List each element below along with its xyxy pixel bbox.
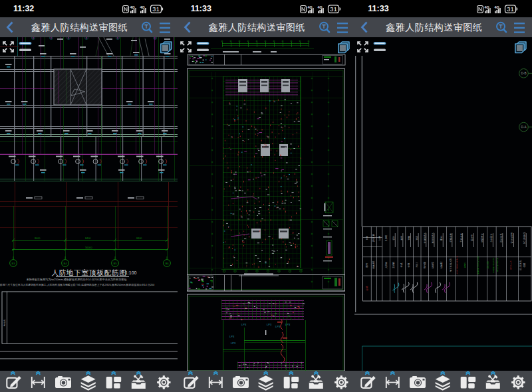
svg-text:图名:: 图名:: [441, 235, 444, 241]
svg-text:结施12: 结施12: [441, 262, 444, 269]
svg-text:设计合同号: 设计合同号: [511, 232, 514, 244]
svg-text:人防版: 人防版: [384, 261, 388, 268]
svg-text:未特殊标注板厚均为h=250mm,楼板配筋双层双向Φ14 @: 未特殊标注板厚均为h=250mm,楼板配筋双层双向Φ14 @200,图中表示为防…: [26, 278, 126, 282]
svg-text:B3: B3: [11, 262, 15, 265]
svg-text:建字第088号: 建字第088号: [510, 260, 513, 270]
svg-text:审定: 审定: [416, 235, 418, 240]
svg-text:建设单位: 建设单位: [481, 233, 484, 243]
svg-text:56000: 56000: [85, 246, 92, 249]
svg-text:张强: 张强: [408, 262, 411, 267]
svg-text:8400: 8400: [136, 237, 142, 240]
svg-text:项目负责人: 项目负责人: [432, 232, 434, 244]
svg-text:会签: 会签: [365, 286, 368, 291]
svg-text:陈伟国: 陈伟国: [423, 262, 426, 268]
svg-text:B4: B4: [63, 262, 67, 265]
svg-text:日期: 日期: [366, 235, 368, 240]
svg-text:LP3: LP3: [267, 323, 272, 326]
svg-text:D-B: D-B: [521, 72, 527, 75]
svg-text:8400: 8400: [85, 237, 90, 240]
svg-text:B6: B6: [165, 262, 169, 265]
svg-text:工程名称: 工程名称: [460, 233, 463, 243]
svg-text:人防地下室顶板配筋图: 人防地下室顶板配筋图: [52, 268, 127, 276]
svg-text:人防地下室顶板配筋图人防: 人防地下室顶板配筋图人防: [456, 256, 458, 274]
svg-text:LP3: LP3: [275, 325, 281, 328]
svg-text:1:100: 1:100: [125, 270, 137, 275]
svg-text:审核: 审核: [408, 235, 411, 240]
svg-text:1:100: 1:100: [385, 235, 388, 241]
svg-text:鑫雅苑地下车库人防工程: 鑫雅苑地下车库人防工程: [477, 256, 480, 275]
svg-text:结施-08: 结施-08: [373, 261, 376, 269]
svg-text:专业负责人: 专业负责人: [424, 232, 426, 244]
svg-text:0088: 0088: [524, 262, 527, 267]
svg-text:李成: 李成: [400, 262, 403, 267]
svg-text:校对: 校对: [400, 235, 403, 241]
svg-text:GC-2014.05: GC-2014.05: [524, 232, 527, 245]
svg-text:合作设计: 合作设计: [490, 233, 493, 243]
svg-text:设计号: 设计号: [471, 234, 474, 241]
svg-text:刘剑: 刘剑: [416, 262, 418, 267]
svg-text:比例: 比例: [378, 235, 381, 240]
svg-text:赵建军: 赵建军: [432, 261, 434, 268]
svg-text:GC-2014.05-: GC-2014.05-: [520, 260, 523, 270]
svg-text:鑫雅置业有限公司开发: 鑫雅置业有限公司开发: [493, 257, 495, 273]
svg-text:建筑设计研究院有限: 建筑设计研究院有限: [496, 258, 499, 272]
svg-text:风井预留洞口尺寸及位置与人防建筑核对后施工,人防相邻顶板与侧: 风井预留洞口尺寸及位置与人防建筑核对后施工,人防相邻顶板与侧壁互联口处,连续钢筋…: [0, 283, 155, 286]
svg-text:王明辉: 王明辉: [392, 261, 396, 268]
svg-text:D-A: D-A: [521, 126, 527, 129]
svg-text:图号: 图号: [366, 262, 368, 267]
svg-text:2021.10: 2021.10: [373, 234, 376, 242]
svg-text:LP3: LP3: [241, 323, 247, 326]
svg-text:构件表: 构件表: [3, 319, 6, 327]
svg-text:LP3: LP3: [229, 335, 235, 338]
svg-text:地下车库人防: 地下车库人防: [449, 258, 452, 272]
svg-text:2021-078: 2021-078: [487, 261, 490, 269]
svg-text:设计: 设计: [392, 235, 396, 240]
svg-text:子项名称: 子项名称: [449, 233, 452, 243]
svg-text:设计证号: 设计证号: [499, 233, 503, 243]
svg-text:8400: 8400: [35, 237, 40, 240]
svg-text:鑫雅苑: 鑫雅苑: [464, 262, 467, 268]
svg-text:B5: B5: [113, 262, 117, 265]
svg-text:LP3: LP3: [231, 342, 236, 345]
